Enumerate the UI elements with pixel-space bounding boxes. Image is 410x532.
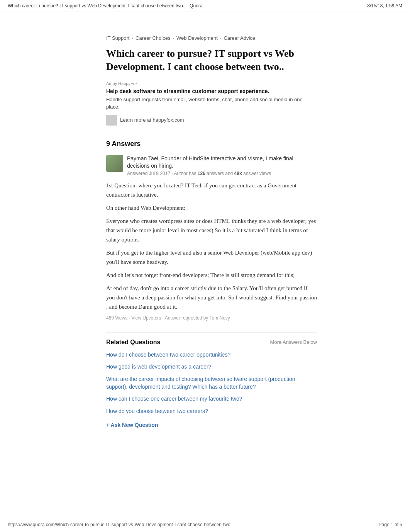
answer-footer-stats: 489 Views · View Upvoters · Answer reque… <box>106 315 317 321</box>
related-questions-section: Related Questions More Answers Below How… <box>106 332 317 429</box>
answerer-info: Payman Taei, Founder of HindSite Interac… <box>127 155 317 176</box>
breadcrumb-career-advice[interactable]: Career Advice <box>224 35 255 41</box>
ad-link-text[interactable]: Learn more at happyfox.com <box>120 117 184 123</box>
breadcrumb-sep-1: · <box>132 35 133 41</box>
answer-count: 126 <box>198 171 205 176</box>
related-link-2[interactable]: How good is web development as a career? <box>106 363 317 371</box>
ad-link-row: Learn more at happyfox.com <box>106 115 317 126</box>
avatar <box>106 155 123 172</box>
footer-page-info: Page 1 of 5 <box>379 522 402 527</box>
footer-bar: https://www.quora.com/Which-career-to-pu… <box>0 517 410 532</box>
author-stats-prefix: Author has <box>174 171 196 176</box>
related-questions-title: Related Questions <box>106 339 160 346</box>
answer-block: Payman Taei, Founder of HindSite Interac… <box>106 155 317 321</box>
answer-para-3: Everyone who creates wordpress sites or … <box>106 216 317 244</box>
ask-new-question-button[interactable]: + Ask New Question <box>106 422 158 428</box>
answer-para-4: But if you get to the higher level and a… <box>106 248 317 267</box>
browser-timestamp: 8/15/18, 1:59 AM <box>367 3 402 8</box>
footer-url: https://www.quora.com/Which-career-to-pu… <box>8 522 230 527</box>
answerer-meta: Answered Jul 9 2017 · Author has 126 ans… <box>127 171 317 176</box>
breadcrumb-career-choices[interactable]: Career Choices <box>136 35 170 41</box>
view-count: 48k <box>234 171 242 176</box>
more-answers-label: More Answers Below <box>270 339 317 345</box>
breadcrumb-web-development[interactable]: Web Development <box>176 35 218 41</box>
view-count-label: answer views <box>243 171 271 176</box>
ad-label: Ad by HappyFox <box>106 81 317 86</box>
browser-bar: Which career to pursue? IT support vs We… <box>0 0 410 12</box>
answer-para-5: And oh let's not forget front-end develo… <box>106 270 317 280</box>
breadcrumb-sep-2: · <box>173 35 174 41</box>
related-link-1[interactable]: How do I choose between two career oppor… <box>106 351 317 359</box>
browser-title: Which career to pursue? IT support vs We… <box>8 3 202 8</box>
page-title: Which career to pursue? IT support vs We… <box>106 47 317 73</box>
ad-headline: Help desk software to streamline custome… <box>106 88 317 94</box>
ad-favicon-icon <box>106 115 117 126</box>
answer-para-2: On other hand Web Development: <box>106 203 317 212</box>
answer-para-6: At end of day, don't go into a career st… <box>106 284 317 311</box>
related-link-4[interactable]: How can I choose one career between my f… <box>106 395 317 403</box>
breadcrumb-it-support[interactable]: IT Support <box>106 35 129 41</box>
related-header-row: Related Questions More Answers Below <box>106 339 317 346</box>
answer-count-label: answers and <box>207 171 233 176</box>
ad-section: Ad by HappyFox Help desk software to str… <box>106 81 317 132</box>
breadcrumb-sep-3: · <box>220 35 222 41</box>
breadcrumb: IT Support · Career Choices · Web Develo… <box>106 35 317 41</box>
ad-body: Handle support requests from email, webs… <box>106 96 317 111</box>
answerer-row: Payman Taei, Founder of HindSite Interac… <box>106 155 317 176</box>
main-content: IT Support · Career Choices · Web Develo… <box>85 12 325 444</box>
answers-count-header: 9 Answers <box>106 140 317 148</box>
related-link-3[interactable]: What are the career impacts of choosing … <box>106 376 317 391</box>
answered-date: Answered Jul 9 2017 <box>127 171 170 176</box>
answerer-name[interactable]: Payman Taei, Founder of HindSite Interac… <box>127 155 317 170</box>
answer-para-1: 1st Question: where you located? IT Tech… <box>106 181 317 199</box>
related-link-5[interactable]: How do you choose between two careers? <box>106 408 317 415</box>
